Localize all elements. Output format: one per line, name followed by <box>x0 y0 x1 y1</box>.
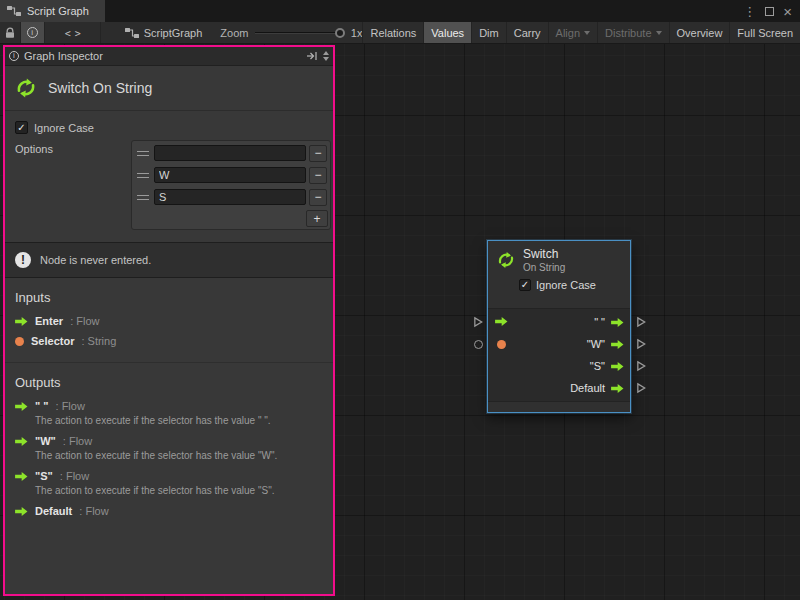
lock-button[interactable] <box>0 22 21 43</box>
flow-port-icon[interactable] <box>611 339 624 350</box>
script-graph-icon <box>125 27 139 39</box>
node-output-label: "W" <box>587 338 605 350</box>
zoom-value: 1x <box>351 27 363 39</box>
flow-port-icon[interactable] <box>611 317 624 328</box>
flow-port-icon <box>15 471 28 482</box>
option-input[interactable] <box>154 189 306 205</box>
option-input[interactable] <box>154 145 306 161</box>
port-name: Selector <box>31 335 74 347</box>
options-list: − − − + <box>131 140 331 230</box>
node-output-row: " " <box>488 311 630 333</box>
carry-button[interactable]: Carry <box>506 22 548 43</box>
port-name: "W" <box>35 435 56 447</box>
flow-port-icon[interactable] <box>611 361 624 372</box>
lock-icon <box>4 27 16 39</box>
node-subtitle: On String <box>523 262 565 273</box>
code-view-button[interactable] <box>45 22 101 43</box>
node-output-row: "S" <box>488 355 630 377</box>
window-controls <box>743 0 800 22</box>
zoom-slider-handle[interactable] <box>335 28 345 38</box>
port-type: Flow <box>70 315 99 327</box>
port-type: Flow <box>56 400 85 412</box>
flow-port-icon[interactable] <box>611 383 624 394</box>
dropdown-caret-icon <box>584 31 590 35</box>
warning-box: Node is never entered. <box>5 242 333 278</box>
distribute-button: Distribute <box>597 22 668 43</box>
close-icon[interactable] <box>783 4 792 19</box>
option-row: − <box>133 164 329 186</box>
node-title: Switch <box>523 247 565 261</box>
graph-toolbar: ScriptGraph Zoom 1x Relations Values Dim… <box>0 22 800 44</box>
output-connector-icon[interactable] <box>636 316 647 328</box>
inspector-body: Ignore Case Options − − <box>5 111 333 594</box>
relations-button[interactable]: Relations <box>362 22 423 43</box>
warning-text: Node is never entered. <box>40 254 151 266</box>
remove-option-button[interactable]: − <box>309 167 327 184</box>
overview-button[interactable]: Overview <box>669 22 730 43</box>
inspector-title: Switch On String <box>48 80 152 96</box>
flow-port-icon <box>15 436 28 447</box>
node-output-row: "W" <box>488 333 630 355</box>
drag-handle-icon[interactable] <box>137 151 149 156</box>
switch-node[interactable]: Switch On String Ignore Case " " "W" <box>487 240 631 413</box>
enter-connector-icon[interactable] <box>473 316 484 328</box>
option-input[interactable] <box>154 167 306 183</box>
enter-port-icon[interactable] <box>495 316 508 327</box>
remove-option-button[interactable]: − <box>309 145 327 162</box>
outputs-section: Outputs " " Flow The action to execute i… <box>5 362 333 524</box>
inspector-toggle-button[interactable] <box>21 22 45 43</box>
drag-handle-icon[interactable] <box>137 173 149 178</box>
selector-connector-icon[interactable] <box>474 340 483 349</box>
zoom-label: Zoom <box>220 27 248 39</box>
option-row: − <box>133 142 329 164</box>
node-ignore-case-checkbox[interactable] <box>519 279 531 291</box>
port-type: Flow <box>63 435 92 447</box>
output-port: "S" Flow <box>15 470 323 482</box>
ignore-case-checkbox[interactable] <box>15 121 28 134</box>
info-icon <box>27 27 38 38</box>
unity-window: Script Graph ScriptGraph Zoom 1x Rela <box>0 0 800 600</box>
port-name: "S" <box>35 470 53 482</box>
scrubber-icon[interactable] <box>323 51 329 61</box>
drag-handle-icon[interactable] <box>137 195 149 200</box>
node-output-label: Default <box>570 382 605 394</box>
port-description: The action to execute if the selector ha… <box>35 485 323 496</box>
tab-title: Script Graph <box>27 5 89 17</box>
node-output-label: " " <box>594 316 605 328</box>
zoom-slider-track[interactable] <box>255 32 343 34</box>
port-name: " " <box>35 400 49 412</box>
output-connector-icon[interactable] <box>636 382 647 394</box>
selector-port-icon[interactable] <box>497 340 506 349</box>
dock-icon[interactable] <box>306 50 318 62</box>
graph-inspector-panel: Graph Inspector Switch On String Ignore … <box>3 45 335 596</box>
ignore-case-label: Ignore Case <box>34 122 94 134</box>
add-option-button[interactable]: + <box>306 210 328 227</box>
tab-script-graph[interactable]: Script Graph <box>0 0 105 22</box>
values-button[interactable]: Values <box>423 22 471 43</box>
zoom-slider[interactable] <box>255 28 343 38</box>
node-footer <box>488 401 630 412</box>
output-connector-icon[interactable] <box>636 360 647 372</box>
dim-button[interactable]: Dim <box>471 22 506 43</box>
graph-name-label: ScriptGraph <box>144 27 203 39</box>
value-port-icon <box>15 337 24 346</box>
remove-option-button[interactable]: − <box>309 189 327 206</box>
input-port-enter: Enter Flow <box>15 315 323 327</box>
port-type: Flow <box>79 505 108 517</box>
port-description: The action to execute if the selector ha… <box>35 450 323 461</box>
node-ignore-case-label: Ignore Case <box>536 279 596 291</box>
output-connector-icon[interactable] <box>636 338 647 350</box>
dropdown-caret-icon <box>656 31 662 35</box>
port-name: Enter <box>35 315 63 327</box>
maximize-icon[interactable] <box>765 7 774 16</box>
options-label: Options <box>15 140 131 230</box>
output-port: Default Flow <box>15 505 323 517</box>
title-bar: Script Graph <box>0 0 800 22</box>
inputs-header: Inputs <box>15 290 323 305</box>
switch-node-header[interactable]: Switch On String Ignore Case <box>488 241 630 308</box>
align-button: Align <box>548 22 597 43</box>
node-output-row: Default <box>488 377 630 399</box>
full-screen-button[interactable]: Full Screen <box>729 22 800 43</box>
graph-breadcrumb[interactable]: ScriptGraph <box>125 27 203 39</box>
kebab-menu-icon[interactable] <box>743 4 756 19</box>
